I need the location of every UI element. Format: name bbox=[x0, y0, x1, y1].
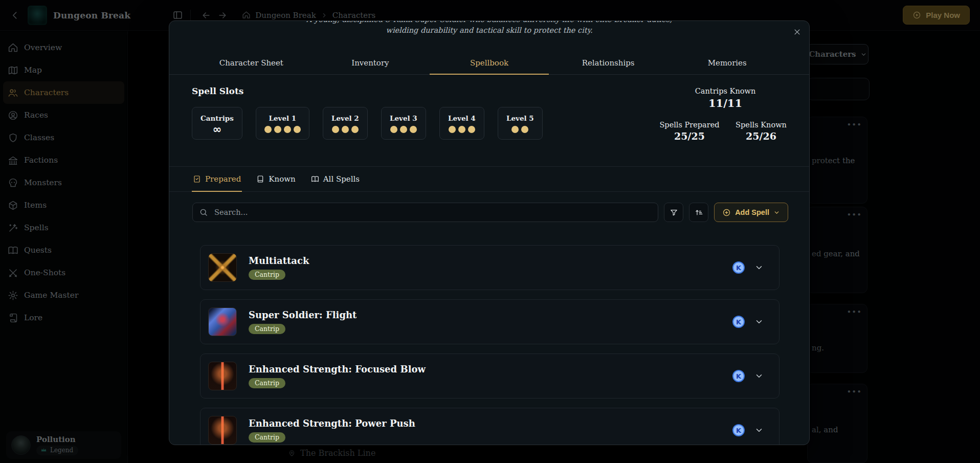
spell-list-tab-bar: Prepared Known All Spells bbox=[169, 167, 809, 192]
tab-label: Known bbox=[269, 174, 295, 184]
search-box bbox=[192, 203, 658, 222]
spell-level-badge: Cantrip bbox=[249, 432, 285, 443]
chevron-down-icon[interactable] bbox=[754, 263, 764, 272]
search-input[interactable] bbox=[192, 203, 658, 222]
spell-art-icon bbox=[208, 253, 237, 282]
tab-inventory[interactable]: Inventory bbox=[311, 52, 430, 75]
slot-label: Level 2 bbox=[331, 114, 359, 122]
chevron-down-icon[interactable] bbox=[754, 371, 764, 381]
sort-icon bbox=[695, 208, 703, 217]
spell-row-enhanced-strength-power-push[interactable]: Enhanced Strength: Power Push Cantrip K bbox=[200, 408, 779, 445]
spell-slots-section: Spell Slots Cantrips ∞ Level 1 Level 2 L… bbox=[169, 75, 809, 167]
slot-card-level-1: Level 1 bbox=[256, 107, 309, 140]
slot-dots bbox=[264, 126, 301, 133]
slot-card-level-3: Level 3 bbox=[381, 107, 426, 140]
spell-name: Enhanced Strength: Focused Blow bbox=[249, 364, 426, 374]
tab-label: Prepared bbox=[205, 174, 241, 184]
app-page: Dungeon Break Dungeon Break Characters bbox=[0, 0, 980, 463]
spells-known-label: Spells Known bbox=[725, 121, 797, 129]
tab-relationships[interactable]: Relationships bbox=[549, 52, 668, 75]
tab-label: All Spells bbox=[323, 174, 360, 184]
plus-circle-icon bbox=[722, 208, 731, 217]
close-icon[interactable] bbox=[793, 28, 801, 36]
slot-label: Level 3 bbox=[390, 114, 417, 122]
modal-tab-bar: Character Sheet Inventory Spellbook Rela… bbox=[169, 52, 809, 75]
spell-name: Enhanced Strength: Power Push bbox=[249, 418, 415, 429]
character-description: A young, disciplined S-Rank Super Soldie… bbox=[169, 21, 809, 52]
filter-icon bbox=[670, 208, 678, 217]
character-spellbook-modal: A young, disciplined S-Rank Super Soldie… bbox=[169, 20, 810, 445]
chevron-down-icon bbox=[773, 209, 780, 216]
slot-card-level-5: Level 5 bbox=[498, 107, 543, 140]
slot-label: Level 5 bbox=[506, 114, 534, 122]
book-check-icon bbox=[193, 175, 201, 183]
spells-prepared-value: 25/25 bbox=[654, 130, 725, 142]
chevron-down-icon[interactable] bbox=[754, 426, 764, 435]
tab-character-sheet[interactable]: Character Sheet bbox=[192, 52, 311, 75]
spell-level-badge: Cantrip bbox=[249, 378, 285, 388]
infinity-icon: ∞ bbox=[213, 126, 222, 133]
book-icon bbox=[256, 175, 264, 183]
spell-art-icon bbox=[208, 307, 237, 336]
filter-button[interactable] bbox=[664, 203, 683, 222]
slot-label: Level 4 bbox=[448, 114, 476, 122]
spells-prepared-label: Spells Prepared bbox=[654, 121, 725, 129]
slot-card-level-2: Level 2 bbox=[323, 107, 368, 140]
spell-art-icon bbox=[208, 362, 237, 390]
slot-card-cantrips: Cantrips ∞ bbox=[192, 107, 242, 140]
spell-row-super-soldier-flight[interactable]: Super Soldier: Flight Cantrip K bbox=[200, 299, 779, 344]
tab-all-spells[interactable]: All Spells bbox=[310, 167, 361, 192]
slot-label: Cantrips bbox=[201, 114, 234, 122]
spell-row-multiattack[interactable]: Multiattack Cantrip K bbox=[200, 245, 779, 290]
search-icon bbox=[199, 208, 208, 217]
spell-list: Multiattack Cantrip K Super Soldier: Fli… bbox=[200, 245, 779, 445]
spells-known-value: 25/26 bbox=[725, 130, 797, 142]
known-badge: K bbox=[732, 316, 745, 328]
slot-dots bbox=[449, 126, 475, 133]
tab-memories[interactable]: Memories bbox=[667, 52, 787, 75]
known-badge: K bbox=[732, 424, 745, 436]
slot-dots bbox=[390, 126, 417, 133]
slot-dots bbox=[511, 126, 528, 133]
slot-dots bbox=[332, 126, 359, 133]
spell-name: Super Soldier: Flight bbox=[249, 310, 357, 320]
spell-search-row: Add Spell bbox=[192, 203, 788, 222]
spell-row-enhanced-strength-focused-blow[interactable]: Enhanced Strength: Focused Blow Cantrip … bbox=[200, 354, 779, 399]
tab-prepared[interactable]: Prepared bbox=[192, 167, 242, 192]
tab-known[interactable]: Known bbox=[255, 167, 296, 192]
spell-level-badge: Cantrip bbox=[249, 270, 285, 280]
cantrips-known-value: 11/11 bbox=[654, 97, 797, 109]
tab-spellbook[interactable]: Spellbook bbox=[430, 52, 549, 75]
spell-art-icon bbox=[208, 416, 237, 445]
book-open-icon bbox=[311, 175, 319, 183]
known-badge: K bbox=[732, 261, 745, 274]
spell-name: Multiattack bbox=[249, 255, 309, 266]
chevron-down-icon[interactable] bbox=[754, 317, 764, 326]
slot-label: Level 1 bbox=[269, 114, 296, 122]
description-line-2: wielding durability and tactical skill t… bbox=[169, 25, 809, 36]
spell-stats-panel: Cantrips Known 11/11 Spells Prepared 25/… bbox=[654, 87, 797, 142]
add-spell-button[interactable]: Add Spell bbox=[714, 203, 788, 222]
known-badge: K bbox=[732, 370, 745, 382]
spell-level-badge: Cantrip bbox=[249, 324, 285, 334]
description-line-1: A young, disciplined S-Rank Super Soldie… bbox=[169, 21, 809, 25]
cantrips-known-label: Cantrips Known bbox=[654, 87, 797, 95]
add-spell-label: Add Spell bbox=[735, 208, 769, 216]
slot-card-level-4: Level 4 bbox=[439, 107, 484, 140]
sort-button[interactable] bbox=[689, 203, 708, 222]
